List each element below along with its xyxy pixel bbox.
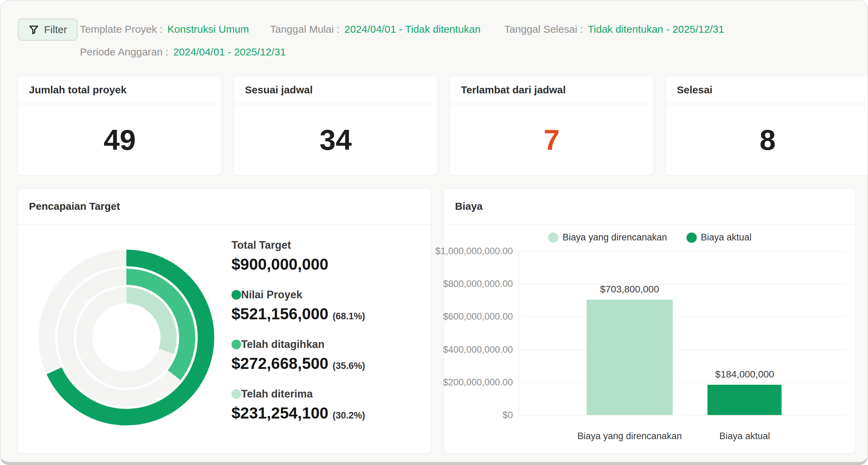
gridline	[519, 350, 847, 350]
stat-card-total-proyek: Jumlah total proyek 49	[18, 76, 222, 176]
stat-card-terlambat: Terlambat dari jadwal 7	[450, 76, 654, 176]
total-target-value: $900,000,000	[231, 255, 365, 273]
legend-item-percent: (68.1%)	[332, 311, 365, 322]
x-axis-label: Biaya yang direncanakan	[577, 431, 682, 442]
bar-biaya-aktual	[707, 385, 782, 415]
panel-pencapaian-target: Pencapaian Target Total Target $900,000,…	[18, 188, 431, 454]
panel-biaya: Biaya Biaya yang direncanakan Biaya aktu…	[444, 188, 856, 454]
legend-item-label: Telah diterima	[241, 388, 313, 400]
funnel-icon	[28, 24, 39, 35]
gridline	[519, 251, 847, 251]
gridline	[519, 317, 847, 317]
filter-tanggal-selesai: Tanggal Selesai : Tidak ditentukan - 202…	[504, 23, 724, 35]
legend-item-percent: (30.2%)	[332, 410, 365, 421]
legend-item-percent: (35.6%)	[332, 361, 365, 371]
total-target-block: Total Target $900,000,000	[231, 239, 365, 273]
legend-label: Biaya aktual	[701, 232, 752, 243]
filter-periode-anggaran: Periode Anggaran : 2024/04/01 - 2025/12/…	[80, 46, 286, 58]
gridline	[519, 415, 847, 415]
bar-value-label: $184,000,000	[715, 369, 774, 380]
biaya-legend: Biaya yang direncanakan Biaya aktual	[444, 232, 856, 243]
filter-label: Tanggal Mulai :	[270, 23, 340, 35]
legend-item-value: $521,156,000	[231, 304, 328, 323]
y-axis-tick: $400,000,000.00	[443, 344, 513, 355]
target-donut-chart	[37, 248, 216, 427]
stat-card-title: Terlambat dari jadwal	[450, 76, 653, 104]
legend-item-value: $272,668,500	[231, 354, 328, 373]
legend-item-telah-diterima[interactable]: Telah diterima $231,254,100(30.2%)	[231, 388, 365, 422]
stat-card-value: 8	[666, 104, 868, 175]
filter-value[interactable]: Konstruksi Umum	[167, 23, 249, 35]
stat-card-title: Selesai	[666, 76, 868, 104]
filter-template-proyek: Template Proyek : Konstruksi Umum	[80, 23, 249, 35]
filter-label: Periode Anggaran :	[80, 46, 168, 58]
panel-title: Biaya	[444, 189, 856, 225]
stat-card-value: 49	[18, 104, 221, 175]
bar-biaya-direncanakan	[587, 300, 673, 415]
gridline	[519, 382, 847, 383]
dashboard: Filter Template Proyek : Konstruksi Umum…	[0, 0, 868, 465]
filter-value[interactable]: 2024/04/01 - Tidak ditentukan	[344, 23, 480, 35]
panel-title: Pencapaian Target	[18, 189, 431, 225]
legend-label: Biaya yang direncanakan	[562, 232, 667, 243]
bar-value-label: $703,800,000	[600, 284, 659, 295]
stat-card-title: Jumlah total proyek	[18, 76, 221, 104]
filter-value[interactable]: 2024/04/01 - 2025/12/31	[173, 46, 286, 58]
filter-label: Tanggal Selesai :	[504, 23, 583, 35]
gridline	[519, 284, 847, 284]
y-axis-tick: $0	[503, 410, 513, 421]
y-axis-tick: $800,000,000.00	[443, 279, 513, 289]
donut-rings-svg	[37, 248, 216, 427]
telah-ditagihkan-dot-icon	[231, 340, 241, 349]
legend-item-telah-ditagihkan[interactable]: Telah ditagihkan $272,668,500(35.6%)	[231, 338, 365, 373]
stat-card-value: 7	[450, 104, 653, 175]
legend-item-label: Nilai Proyek	[241, 289, 302, 301]
x-axis-label: Biaya aktual	[719, 431, 770, 442]
y-axis-tick: $600,000,000.00	[443, 311, 513, 322]
total-target-label: Total Target	[231, 239, 365, 251]
filter-button-label: Filter	[44, 24, 67, 35]
biaya-direncanakan-dot-icon	[548, 232, 558, 243]
stat-card-selesai: Selesai 8	[665, 76, 868, 176]
filter-button[interactable]: Filter	[18, 19, 78, 41]
filter-value[interactable]: Tidak ditentukan - 2025/12/31	[588, 23, 724, 35]
stat-card-title: Sesuai jadwal	[234, 76, 437, 104]
biaya-aktual-dot-icon	[686, 232, 697, 243]
y-axis-tick: $200,000,000.00	[443, 377, 513, 388]
legend-biaya-aktual[interactable]: Biaya aktual	[686, 232, 752, 243]
stat-card-value: 34	[234, 104, 437, 175]
y-axis-tick: $1,000,000,000.00	[435, 246, 513, 257]
legend-item-label: Telah ditagihkan	[241, 338, 324, 351]
filter-tanggal-mulai: Tanggal Mulai : 2024/04/01 - Tidak diten…	[270, 23, 480, 35]
filter-label: Template Proyek :	[80, 23, 163, 35]
legend-biaya-direncanakan[interactable]: Biaya yang direncanakan	[548, 232, 667, 243]
nilai-proyek-dot-icon	[231, 290, 241, 300]
legend-item-value: $231,254,100	[231, 404, 328, 422]
stat-card-sesuai-jadwal: Sesuai jadwal 34	[234, 76, 438, 176]
target-legend: Total Target $900,000,000 Nilai Proyek $…	[231, 239, 365, 422]
biaya-bar-chart: $0$200,000,000.00$400,000,000.00$600,000…	[519, 251, 847, 415]
legend-item-nilai-proyek[interactable]: Nilai Proyek $521,156,000(68.1%)	[231, 289, 365, 323]
telah-diterima-dot-icon	[231, 389, 241, 399]
